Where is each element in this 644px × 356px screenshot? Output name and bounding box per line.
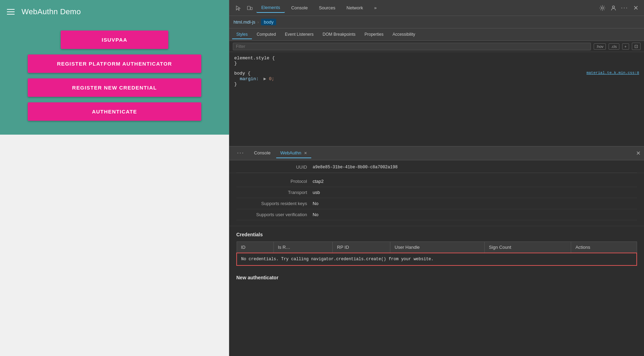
app-panel: WebAuthn Demo ISUVPAA REGISTER PLATFORM … xyxy=(0,0,229,356)
tab-network[interactable]: Network xyxy=(342,3,368,12)
user-verification-row: Supports user verification No xyxy=(236,209,637,220)
tab-lower-webauthn[interactable]: WebAuthn ✕ xyxy=(276,148,311,158)
collapse-icon[interactable]: ⊡ xyxy=(632,43,641,50)
svg-point-2 xyxy=(601,7,603,9)
col-rp-id: RP ID xyxy=(333,242,390,253)
css-selector: element.style { xyxy=(234,56,275,61)
no-credentials-cell: No credentials. Try calling navigator.cr… xyxy=(237,253,637,265)
isuvpaa-button[interactable]: ISUVPAA xyxy=(61,31,168,49)
css-margin-value: 0; xyxy=(269,76,274,82)
tab-styles[interactable]: Styles xyxy=(232,30,252,39)
svg-point-3 xyxy=(612,6,615,8)
devtools-breadcrumb: html.mdl-js › body xyxy=(229,16,644,28)
settings-icon[interactable] xyxy=(598,3,607,13)
tab-lower-console[interactable]: Console xyxy=(250,148,275,158)
css-rule-element-style: element.style { } xyxy=(234,56,639,66)
webauthn-tab-close-icon[interactable]: ✕ xyxy=(304,151,307,155)
no-credentials-row: No credentials. Try calling navigator.cr… xyxy=(237,253,637,265)
user-verification-value: No xyxy=(313,212,319,217)
svg-rect-1 xyxy=(251,7,252,10)
no-cred-code: navigator.credentials.create() xyxy=(311,257,386,262)
protocol-row: Protocol ctap2 xyxy=(236,176,637,187)
authenticate-button[interactable]: AUTHENTICATE xyxy=(28,102,201,121)
resident-keys-value: No xyxy=(313,201,319,206)
tab-lower-dots[interactable]: ··· xyxy=(233,147,248,159)
app-header: WebAuthn Demo xyxy=(0,0,229,24)
no-cred-suffix: from your website. xyxy=(386,257,434,262)
col-is-r: Is R… xyxy=(273,242,333,253)
tab-computed[interactable]: Computed xyxy=(253,30,280,39)
webauthn-content: UUID a9e8e85-31be-41be-8b00-c8a7002a198 … xyxy=(229,160,644,356)
css-rule-body: body { material.te…k.min.css:8 margin: ▶… xyxy=(234,71,639,87)
cursor-icon[interactable] xyxy=(233,3,243,13)
styles-content: element.style { } body { material.te…k.m… xyxy=(229,52,644,146)
devtools-upper: Styles Computed Event Listeners DOM Brea… xyxy=(229,28,644,146)
devtools-topbar: Elements Console Sources Network » ··· ✕ xyxy=(229,0,644,16)
tab-console[interactable]: Console xyxy=(286,3,313,12)
cls-button[interactable]: .cls xyxy=(609,43,619,50)
more-options-icon[interactable]: ··· xyxy=(620,3,629,13)
tab-event-listeners[interactable]: Event Listeners xyxy=(281,30,318,39)
tab-sources[interactable]: Sources xyxy=(314,3,340,12)
styles-filter-input[interactable] xyxy=(233,43,591,50)
breadcrumb-body[interactable]: body xyxy=(261,19,276,25)
lower-close-icon[interactable]: ✕ xyxy=(636,150,641,156)
tab-dom-breakpoints[interactable]: DOM Breakpoints xyxy=(319,30,360,39)
col-user-handle: User Handle xyxy=(390,242,485,253)
user-icon[interactable] xyxy=(609,3,618,13)
new-authenticator-section: New authenticator xyxy=(229,271,644,284)
styles-tabs: Styles Computed Event Listeners DOM Brea… xyxy=(229,28,644,41)
tab-properties[interactable]: Properties xyxy=(360,30,388,39)
transport-label: Transport xyxy=(236,190,313,195)
svg-rect-0 xyxy=(247,6,250,10)
user-verification-label: Supports user verification xyxy=(236,212,313,217)
app-buttons: ISUVPAA REGISTER PLATFORM AUTHENTICATOR … xyxy=(0,24,229,135)
css-triangle-icon[interactable]: ▶ xyxy=(263,76,266,82)
new-authenticator-title: New authenticator xyxy=(236,275,637,280)
css-body-close-brace: } xyxy=(234,82,237,87)
tab-more[interactable]: » xyxy=(369,3,381,12)
css-margin-property: margin: xyxy=(240,76,259,82)
devtools-close-icon[interactable]: ✕ xyxy=(631,3,641,13)
col-sign-count: Sign Count xyxy=(484,242,571,253)
devtools-panel: Elements Console Sources Network » ··· ✕… xyxy=(229,0,644,356)
hamburger-icon[interactable] xyxy=(7,9,15,15)
app-content xyxy=(0,135,229,356)
register-platform-button[interactable]: REGISTER PLATFORM AUTHENTICATOR xyxy=(28,54,201,73)
tab-accessibility[interactable]: Accessibility xyxy=(388,30,419,39)
credentials-table: ID Is R… RP ID User Handle Sign Count Ac… xyxy=(236,241,637,266)
styles-filter-row: :hov .cls + ⊡ xyxy=(229,41,644,52)
credentials-title: Credentials xyxy=(236,232,637,237)
credentials-section: Credentials ID Is R… RP ID User Handle S… xyxy=(229,226,644,271)
app-title: WebAuthn Demo xyxy=(22,7,81,16)
tab-elements[interactable]: Elements xyxy=(256,3,285,13)
resident-keys-label: Supports resident keys xyxy=(236,201,313,206)
device-toolbar-icon[interactable] xyxy=(245,3,255,13)
authenticator-info: Protocol ctap2 Transport usb Supports re… xyxy=(229,173,644,226)
protocol-label: Protocol xyxy=(236,179,313,184)
resident-keys-row: Supports resident keys No xyxy=(236,198,637,209)
partial-uuid-row: UUID a9e8e85-31be-41be-8b00-c8a7002a198 xyxy=(229,160,644,173)
transport-row: Transport usb xyxy=(236,187,637,198)
css-close-brace: } xyxy=(234,61,237,66)
lower-tabs-bar: ··· Console WebAuthn ✕ ✕ xyxy=(229,146,644,160)
col-actions: Actions xyxy=(571,242,637,253)
transport-value: usb xyxy=(313,190,320,195)
credentials-header-row: ID Is R… RP ID User Handle Sign Count Ac… xyxy=(237,242,637,253)
devtools-lower: ··· Console WebAuthn ✕ ✕ UUID a9e8e85-31… xyxy=(229,146,644,356)
protocol-value: ctap2 xyxy=(313,179,324,184)
uuid-value: a9e8e85-31be-41be-8b00-c8a7002a198 xyxy=(313,165,398,170)
uuid-label: UUID xyxy=(236,164,313,170)
hov-button[interactable]: :hov xyxy=(594,43,606,50)
no-cred-prefix: No credentials. Try calling xyxy=(241,257,311,262)
col-id: ID xyxy=(237,242,273,253)
add-style-button[interactable]: + xyxy=(622,43,629,50)
register-credential-button[interactable]: REGISTER NEW CREDENTIAL xyxy=(28,78,201,97)
css-body-selector: body { xyxy=(234,71,251,76)
breadcrumb-html[interactable]: html.mdl-js xyxy=(234,19,255,25)
css-source-link[interactable]: material.te…k.min.css:8 xyxy=(586,71,639,75)
